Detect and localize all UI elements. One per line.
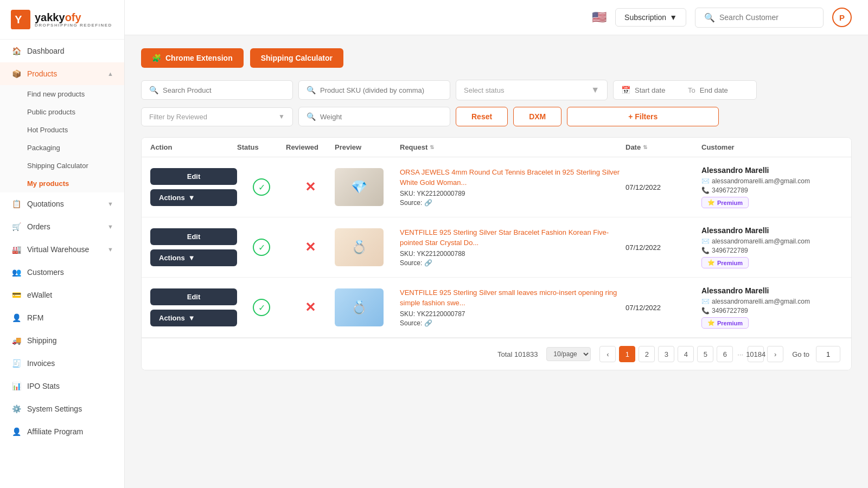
edit-button[interactable]: Edit (150, 228, 237, 245)
reset-button[interactable]: Reset (456, 107, 508, 126)
puzzle-icon: 🧩 (152, 54, 161, 62)
preview-column: 💍 (335, 288, 400, 326)
last-page-button[interactable]: 10184 (748, 346, 764, 362)
product-info-column: VENTFILLE 925 Sterling Silver Star Brace… (400, 228, 626, 266)
product-link[interactable]: VENTFILLE 925 Sterling Silver Star Brace… (400, 228, 626, 247)
product-link[interactable]: VENTFILLE 925 Sterling Silver small leav… (400, 288, 626, 307)
chevron-down-icon: ▼ (107, 201, 113, 207)
sidebar-item-label: RFM (27, 313, 43, 322)
subscription-button[interactable]: Subscription ▼ (615, 8, 686, 27)
sidebar-item-ewallet[interactable]: 💳 eWallet (0, 284, 124, 306)
customer-email: ✉️ alessandromarelli.am@gmail.com (701, 177, 843, 185)
start-date-input[interactable] (635, 86, 684, 94)
sidebar-item-affiliate[interactable]: 👤 Affiliate Program (0, 420, 124, 443)
phone-icon: 📞 (701, 187, 710, 194)
shipping-calculator-button[interactable]: Shipping Calculator (250, 48, 343, 68)
table-row: Edit Actions ▼ ✓ ✕ 💍 VENTFILLE 925 Sterl… (142, 217, 851, 278)
status-check-icon: ✓ (253, 178, 270, 196)
col-request: Request ⇅ (400, 143, 626, 151)
sidebar-item-quotations[interactable]: 📋 Quotations ▼ (0, 192, 124, 215)
actions-button[interactable]: Actions ▼ (150, 310, 237, 326)
date-filter[interactable]: 📅 To (613, 80, 757, 100)
link-icon: 🔗 (424, 319, 432, 327)
product-info-column: ORSA JEWELS 4mm Round Cut Tennis Bracele… (400, 168, 626, 206)
status-select-wrap[interactable]: Select status ▼ (456, 80, 608, 100)
sidebar-item-dashboard[interactable]: 🏠 Dashboard (0, 40, 124, 62)
sidebar: Y yakkyofy DROPSHIPPING REDEFINED 🏠 Dash… (0, 0, 125, 488)
end-date-input[interactable] (700, 86, 749, 94)
search-product-input[interactable] (163, 86, 285, 94)
sidebar-item-shipping[interactable]: 🚚 Shipping (0, 329, 124, 352)
sidebar-item-system-settings[interactable]: ⚙️ System Settings (0, 397, 124, 420)
sidebar-item-hot-products[interactable]: Hot Products (0, 121, 124, 139)
email-icon: ✉️ (701, 298, 710, 305)
chrome-extension-button[interactable]: 🧩 Chrome Extension (141, 48, 244, 68)
invoices-icon: 🧾 (11, 358, 22, 369)
weight-filter[interactable]: 🔍 (298, 107, 450, 126)
sidebar-item-public-products[interactable]: Public products (0, 103, 124, 121)
table-header: Action Status Reviewed Preview Request ⇅… (142, 138, 851, 157)
page-3-button[interactable]: 3 (658, 346, 674, 362)
affiliate-icon: 👤 (11, 426, 22, 437)
date-column: 07/12/2022 (626, 304, 701, 312)
reviewed-filter-wrap[interactable]: Filter by Reviewed ▼ (141, 107, 293, 126)
status-column: ✓ (237, 299, 286, 316)
weight-input[interactable] (320, 113, 442, 121)
product-source: Source: 🔗 (400, 199, 626, 207)
search-icon: 🔍 (307, 112, 316, 121)
sidebar-item-label: Shipping (27, 336, 57, 345)
next-page-button[interactable]: › (767, 346, 783, 362)
sidebar-item-label: eWallet (27, 291, 52, 299)
reviewed-select[interactable]: Filter by Reviewed (149, 113, 278, 121)
product-sku: SKU: YK22120000789 (400, 190, 626, 197)
sidebar-item-find-new-products[interactable]: Find new products (0, 85, 124, 103)
customer-email: ✉️ alessandromarelli.am@gmail.com (701, 298, 843, 305)
action-column: Edit Actions ▼ (150, 288, 237, 326)
actions-button[interactable]: Actions ▼ (150, 189, 237, 206)
dxm-button[interactable]: DXM (513, 107, 561, 126)
email-icon: ✉️ (701, 237, 710, 245)
search-customer-field[interactable]: 🔍 (695, 8, 824, 28)
sidebar-item-virtual-warehouse[interactable]: 🏭 Virtual Warehouse ▼ (0, 238, 124, 261)
search-product-field[interactable]: 🔍 (141, 80, 293, 100)
avatar-button[interactable]: P (832, 8, 852, 27)
sidebar-item-rfm[interactable]: 👤 RFM (0, 306, 124, 329)
sidebar-item-packaging[interactable]: Packaging (0, 139, 124, 157)
filters-button[interactable]: + Filters (567, 107, 719, 126)
chevron-up-icon: ▲ (107, 70, 113, 77)
ewallet-icon: 💳 (11, 290, 22, 300)
goto-input[interactable] (816, 346, 840, 362)
sidebar-item-my-products[interactable]: My products (0, 175, 124, 192)
sort-icon: ⇅ (643, 144, 647, 150)
prev-page-button[interactable]: ‹ (599, 346, 616, 362)
search-icon: 🔍 (307, 86, 316, 94)
products-submenu: Find new products Public products Hot Pr… (0, 85, 124, 192)
page-4-button[interactable]: 4 (678, 346, 694, 362)
premium-badge: ⭐ Premium (701, 197, 749, 208)
product-sku-input[interactable] (320, 86, 442, 94)
sidebar-item-invoices[interactable]: 🧾 Invoices (0, 352, 124, 375)
sidebar-item-label: Orders (27, 222, 50, 231)
page-size-select[interactable]: 10/page (546, 347, 591, 361)
product-link[interactable]: ORSA JEWELS 4mm Round Cut Tennis Bracele… (400, 168, 626, 187)
sidebar-item-label: Dashboard (27, 47, 65, 55)
sidebar-item-products[interactable]: 📦 Products ▲ (0, 62, 124, 85)
page-5-button[interactable]: 5 (697, 346, 713, 362)
edit-button[interactable]: Edit (150, 168, 237, 185)
brand-tagline: DROPSHIPPING REDEFINED (35, 23, 112, 28)
reviewed-column: ✕ (286, 179, 335, 195)
page-6-button[interactable]: 6 (717, 346, 733, 362)
page-1-button[interactable]: 1 (619, 346, 635, 362)
product-sku-field[interactable]: 🔍 (298, 80, 450, 100)
products-table: Action Status Reviewed Preview Request ⇅… (141, 137, 852, 370)
sidebar-item-orders[interactable]: 🛒 Orders ▼ (0, 215, 124, 238)
sidebar-item-shipping-calculator[interactable]: Shipping Calculator (0, 157, 124, 175)
actions-button[interactable]: Actions ▼ (150, 249, 237, 266)
sidebar-item-customers[interactable]: 👥 Customers (0, 261, 124, 284)
edit-button[interactable]: Edit (150, 288, 237, 305)
reviewed-column: ✕ (286, 300, 335, 315)
search-customer-input[interactable] (719, 13, 814, 22)
sidebar-item-ipo-stats[interactable]: 📊 IPO Stats (0, 375, 124, 397)
status-select[interactable]: Select status (464, 86, 591, 94)
page-2-button[interactable]: 2 (639, 346, 655, 362)
